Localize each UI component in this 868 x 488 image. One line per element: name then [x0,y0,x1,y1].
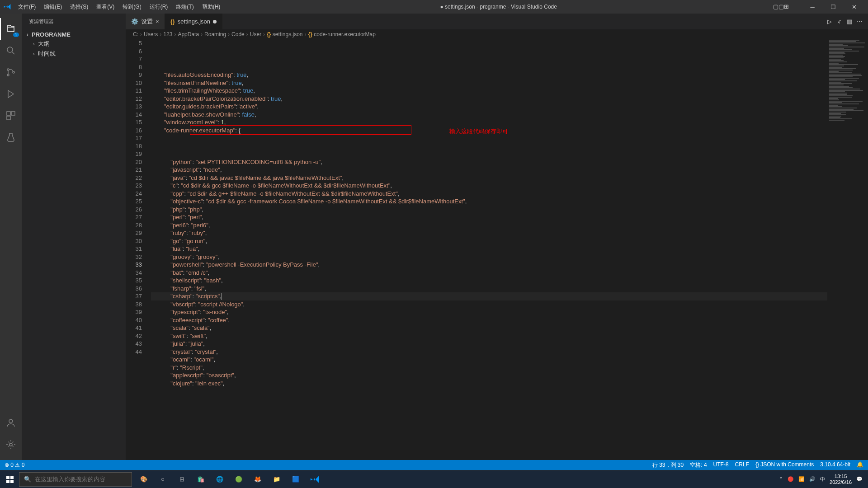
code-line[interactable]: "julia": "julia", [151,340,827,348]
breadcrumb-segment[interactable]: Code [231,31,245,38]
breadcrumb-segment[interactable]: {} code-runner.executorMap [308,31,376,38]
sidebar-item[interactable]: ›大纲 [22,39,126,49]
menu-item[interactable]: 运行(R) [146,1,172,13]
tray-item[interactable]: 🔴 [788,476,794,482]
tray-item[interactable]: 📶 [798,476,805,482]
close-button[interactable]: ✕ [844,0,864,14]
tray-chevron-icon[interactable]: ⌃ [779,476,783,482]
code-line[interactable]: "perl6": "perl6", [151,221,827,230]
code-line[interactable]: "ocaml": "ocaml", [151,356,827,364]
source-control-icon[interactable] [0,61,22,83]
code-line[interactable]: "window.zoomLevel": 1, [151,118,827,127]
code-line[interactable]: "cpp": "cd $dir && g++ $fileName -o $fil… [151,190,827,198]
breadcrumb-segment[interactable]: User [250,31,261,38]
breadcrumb[interactable]: C:›Users›123›AppData›Roaming›Code›User›{… [126,29,868,39]
editor-tab[interactable]: {} settings.json [165,14,222,29]
layout-toggle-icon[interactable]: ▥ [847,18,852,25]
code-line[interactable]: "files.trimTrailingWhitespace": true, [151,87,827,95]
status-item[interactable]: {} JSON with Comments [755,461,814,469]
code-line[interactable]: "swift": "swift", [151,332,827,340]
code-line[interactable]: "files.autoGuessEncoding": true, [151,71,827,79]
breadcrumb-segment[interactable]: Roaming [204,31,226,38]
tray-date[interactable]: 2022/6/16 [830,479,852,485]
code-line[interactable]: "crystal": "crystal", [151,348,827,356]
taskbar-search[interactable]: 🔍 [19,472,132,487]
code-line[interactable] [151,142,827,150]
tray-item[interactable]: 🔊 [809,476,816,482]
menu-item[interactable]: 帮助(H) [198,1,224,13]
code-line[interactable]: "typescript": "ts-node", [151,308,827,316]
code-line[interactable]: "ruby": "ruby", [151,229,827,237]
code-line[interactable]: "php": "php", [151,206,827,214]
code-line[interactable]: "perl": "perl", [151,213,827,221]
code-line[interactable]: "code-runner.executorMap": { [151,127,827,135]
project-root[interactable]: ›PROGRANME [22,30,126,39]
edge-icon[interactable]: 🌐 [212,471,228,488]
code-line[interactable]: "luahelper.base.showOnline": false, [151,111,827,119]
start-button[interactable] [1,470,19,488]
code-line[interactable] [151,134,827,142]
app-blue-icon[interactable]: 🟦 [288,471,304,488]
code-line[interactable] [151,150,827,158]
code-line[interactable]: "javascript": "node", [151,166,827,174]
search-icon[interactable] [0,40,22,61]
layout-icon[interactable]: ⊞ [784,3,791,10]
maximize-button[interactable]: ☐ [823,0,844,14]
code-line[interactable]: "lua": "lua", [151,245,827,253]
code-line[interactable]: "csharp": "scriptcs", [151,292,827,300]
editor-content[interactable]: 5678910111213141516171819202122232425262… [126,39,868,460]
status-item[interactable]: 空格: 4 [690,461,707,469]
firefox-icon[interactable]: 🦊 [250,471,266,488]
system-tray[interactable]: ⌃ 🔴 📶 🔊 中 13:15 2022/6/16 💬 [779,474,867,484]
code-line[interactable]: "applescript": "osascript", [151,371,827,380]
code-line[interactable]: "editor.guides.bracketPairs":"active", [151,103,827,111]
vscode-taskbar-icon[interactable] [307,471,323,488]
breadcrumb-segment[interactable]: C: [133,31,138,38]
code-line[interactable]: "bat": "cmd /c", [151,269,827,277]
split-editor-icon[interactable]: ⫽ [836,18,842,25]
code-line[interactable]: "java": "cd $dir && javac $fileName && j… [151,174,827,182]
status-problems[interactable]: ⊗ 0 ⚠ 0 [5,462,24,468]
status-item[interactable]: 3.10.4 64-bit [820,461,850,469]
task-view-icon[interactable]: ⊞ [174,471,190,488]
editor-tab[interactable]: ⚙️ 设置 × [126,14,165,29]
status-item[interactable]: 🔔 [857,461,863,469]
app-colorful-icon[interactable]: 🎨 [136,471,152,488]
extensions-icon[interactable] [0,105,22,127]
breadcrumb-segment[interactable]: AppData [178,31,199,38]
breadcrumb-segment[interactable]: 123 [163,31,172,38]
run-icon[interactable]: ▷ [827,18,832,25]
tray-time[interactable]: 13:15 [830,474,852,479]
breadcrumb-segment[interactable]: Users [144,31,158,38]
account-icon[interactable] [0,412,22,434]
code-line[interactable]: "clojure": "lein exec", [151,380,827,388]
search-input[interactable] [35,476,127,483]
cortana-icon[interactable]: ○ [155,471,171,488]
sidebar-item[interactable]: ›时间线 [22,49,126,59]
store-icon[interactable]: 🛍️ [193,471,209,488]
explorer-folder-icon[interactable]: 📁 [269,471,285,488]
code-line[interactable]: "groovy": "groovy", [151,253,827,261]
menu-item[interactable]: 转到(G) [119,1,145,13]
status-item[interactable]: CRLF [735,461,749,469]
code-body[interactable]: 输入这段代码保存即可 "files.autoGuessEncoding": tr… [151,39,827,460]
code-line[interactable]: "python": "set PYTHONIOENCODING=utf8 && … [151,158,827,166]
status-item[interactable]: 行 33，列 30 [652,461,684,469]
explorer-icon[interactable]: 1 [0,18,22,40]
close-tab-icon[interactable]: × [156,18,159,25]
settings-gear-icon[interactable] [0,434,22,455]
code-line[interactable]: "coffeescript": "coffee", [151,316,827,324]
run-debug-icon[interactable] [0,83,22,105]
code-line[interactable]: "go": "go run", [151,237,827,245]
menu-item[interactable]: 编辑(E) [40,1,66,13]
menu-item[interactable]: 查看(V) [93,1,118,13]
more-actions-icon[interactable]: ⋯ [857,18,863,25]
panel-layout-icon[interactable]: ▢▢ [773,3,780,10]
code-line[interactable]: "vbscript": "cscript //Nologo", [151,300,827,309]
breadcrumb-segment[interactable]: {} settings.json [267,31,302,38]
code-line[interactable]: "scala": "scala", [151,324,827,332]
menu-item[interactable]: 选择(S) [66,1,92,13]
testing-icon[interactable] [0,127,22,148]
tray-ime[interactable]: 中 [820,476,825,483]
minimize-button[interactable]: ─ [802,0,823,14]
